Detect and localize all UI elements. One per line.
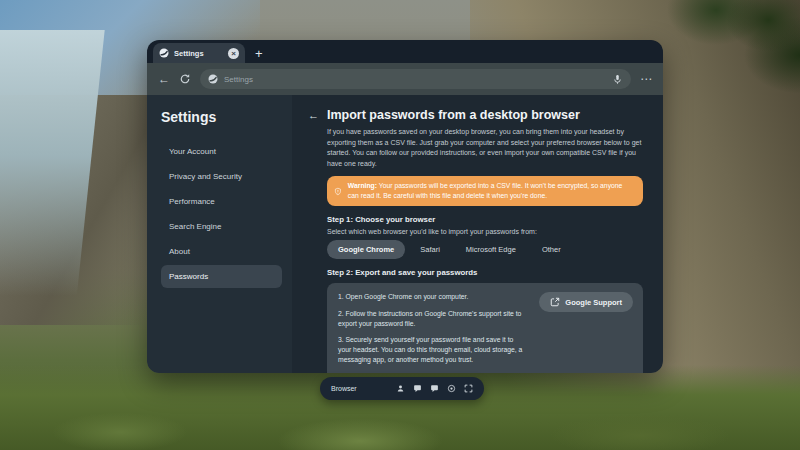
google-support-label: Google Support (565, 298, 622, 307)
tab-settings[interactable]: Settings × (153, 43, 245, 63)
new-tab-button[interactable]: + (255, 47, 263, 60)
sidebar-item-search-engine[interactable]: Search Engine (161, 215, 282, 238)
browser-option-other[interactable]: Other (531, 240, 572, 259)
sidebar-item-about[interactable]: About (161, 240, 282, 263)
instruction-step-3: 3. Securely send yourself your password … (338, 335, 523, 366)
back-button[interactable]: ← (158, 73, 170, 85)
browser-window: Settings × + ← Settings ⋯ Settings Your … (147, 40, 663, 373)
browser-toolbar: ← Settings ⋯ (147, 63, 663, 95)
page-back-button[interactable]: ← (308, 110, 319, 121)
warning-body: Your passwords will be exported into a C… (348, 182, 623, 199)
chat-icon[interactable] (413, 384, 422, 393)
browser-logo-icon (159, 48, 169, 58)
microphone-icon[interactable] (612, 74, 623, 85)
profile-icon[interactable] (396, 384, 405, 393)
external-link-icon (550, 297, 560, 307)
camera-record-icon[interactable] (447, 384, 456, 393)
taskbar-app-label: Browser (331, 385, 357, 392)
system-taskbar: Browser (320, 377, 484, 400)
browser-option-microsoft-edge[interactable]: Microsoft Edge (455, 240, 527, 259)
passwords-import-panel: ← Import passwords from a desktop browse… (292, 95, 663, 373)
settings-content: Settings Your Account Privacy and Securi… (147, 95, 663, 373)
site-logo-icon (208, 74, 218, 84)
shield-warning-icon (334, 185, 342, 198)
sidebar-item-privacy-and-security[interactable]: Privacy and Security (161, 165, 282, 188)
browser-option-google-chrome[interactable]: Google Chrome (327, 240, 405, 259)
taskbar-icons (396, 384, 473, 393)
page-title: Import passwords from a desktop browser (327, 108, 580, 122)
sidebar-title: Settings (161, 109, 282, 125)
browser-selector: Google Chrome Safari Microsoft Edge Othe… (327, 240, 643, 259)
expand-icon[interactable] (464, 384, 473, 393)
browser-option-safari[interactable]: Safari (409, 240, 451, 259)
page-header: ← Import passwords from a desktop browse… (308, 108, 643, 122)
instruction-step-2: 2. Follow the instructions on Google Chr… (338, 309, 523, 329)
warning-label: Warning: (348, 182, 377, 189)
instructions-card: 1. Open Google Chrome on your computer. … (327, 283, 643, 373)
step1-subtitle: Select which web browser you'd like to i… (327, 228, 643, 235)
menu-dots-icon[interactable]: ⋯ (640, 73, 652, 85)
instruction-step-1: 1. Open Google Chrome on your computer. (338, 292, 523, 302)
address-bar[interactable]: Settings (200, 69, 631, 89)
refresh-icon[interactable] (179, 73, 191, 85)
step2-title: Step 2: Export and save your passwords (327, 268, 643, 277)
sidebar-item-your-account[interactable]: Your Account (161, 140, 282, 163)
step1-title: Step 1: Choose your browser (327, 215, 643, 224)
address-text: Settings (224, 75, 606, 84)
google-support-button[interactable]: Google Support (539, 292, 633, 312)
warning-banner: Warning: Your passwords will be exported… (327, 176, 643, 206)
warning-text: Warning: Your passwords will be exported… (348, 181, 634, 201)
sidebar-item-passwords[interactable]: Passwords (161, 265, 282, 288)
tab-title: Settings (174, 49, 223, 58)
tab-bar: Settings × + (147, 40, 663, 63)
settings-sidebar: Settings Your Account Privacy and Securi… (147, 95, 292, 373)
page-description: If you have passwords saved on your desk… (327, 127, 643, 169)
close-tab-icon[interactable]: × (228, 48, 239, 59)
instruction-step-4: 4. On your headset, find where you sent … (338, 372, 523, 374)
sidebar-item-performance[interactable]: Performance (161, 190, 282, 213)
chat-alt-icon[interactable] (430, 384, 439, 393)
